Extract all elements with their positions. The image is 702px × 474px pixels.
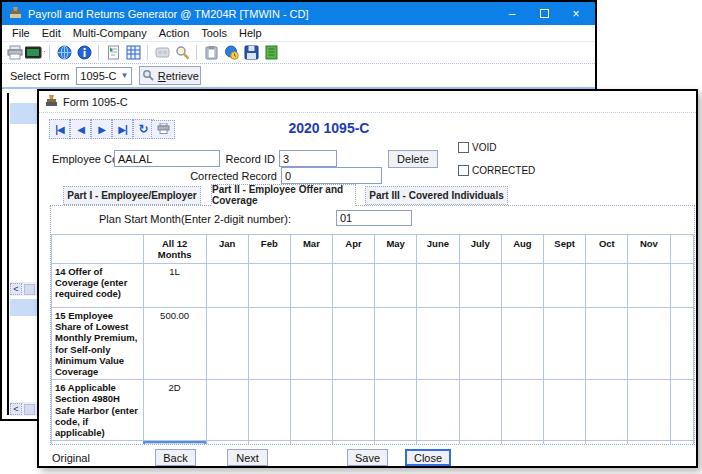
save-button[interactable]: Save bbox=[347, 449, 388, 466]
month-cell[interactable] bbox=[670, 380, 693, 441]
close-button[interactable]: Close bbox=[405, 449, 451, 466]
month-cell[interactable] bbox=[290, 441, 332, 445]
record-id-input[interactable]: 3 bbox=[279, 150, 337, 167]
last-record-button[interactable]: ▶| bbox=[112, 119, 133, 139]
month-cell[interactable] bbox=[586, 441, 628, 445]
save-icon[interactable] bbox=[241, 44, 261, 62]
h-scrollbar[interactable]: < bbox=[10, 282, 37, 296]
info-icon[interactable] bbox=[74, 44, 94, 62]
first-record-button[interactable]: |◀ bbox=[49, 119, 70, 139]
month-cell[interactable] bbox=[670, 308, 693, 380]
month-cell[interactable] bbox=[586, 380, 628, 441]
month-cell[interactable] bbox=[248, 441, 290, 445]
void-checkbox[interactable]: VOID bbox=[458, 142, 496, 153]
month-cell[interactable] bbox=[543, 380, 585, 441]
month-cell[interactable] bbox=[417, 264, 459, 308]
all-12-months-cell[interactable]: 500.00 bbox=[143, 308, 206, 380]
month-cell[interactable] bbox=[332, 380, 374, 441]
month-cell[interactable] bbox=[459, 264, 501, 308]
maximize-button[interactable] bbox=[540, 9, 549, 18]
month-cell[interactable] bbox=[248, 308, 290, 380]
next-button[interactable]: Next bbox=[227, 449, 268, 466]
month-cell[interactable] bbox=[586, 264, 628, 308]
month-cell[interactable] bbox=[628, 264, 670, 308]
delete-button[interactable]: Delete bbox=[388, 150, 438, 168]
month-cell[interactable] bbox=[586, 308, 628, 380]
close-window-button[interactable]: × bbox=[570, 8, 582, 20]
retrieve-button[interactable]: Retrieve bbox=[139, 66, 201, 85]
menu-multi-company[interactable]: Multi-Company bbox=[67, 27, 153, 39]
month-cell[interactable] bbox=[206, 380, 248, 441]
month-cell[interactable] bbox=[501, 308, 543, 380]
menu-tools[interactable]: Tools bbox=[195, 27, 233, 39]
scroll-thumb[interactable] bbox=[24, 404, 35, 415]
month-cell[interactable] bbox=[290, 380, 332, 441]
tab-part3[interactable]: Part III - Covered Individuals bbox=[365, 186, 508, 205]
scroll-left-icon[interactable]: < bbox=[10, 283, 22, 295]
tab-part1[interactable]: Part I - Employee/Employer bbox=[63, 186, 201, 205]
back-button[interactable]: Back bbox=[155, 449, 196, 466]
month-cell[interactable] bbox=[417, 441, 459, 445]
month-cell[interactable] bbox=[375, 264, 417, 308]
month-cell[interactable] bbox=[332, 308, 374, 380]
month-cell[interactable] bbox=[206, 441, 248, 445]
month-cell[interactable] bbox=[332, 441, 374, 445]
month-cell[interactable] bbox=[670, 441, 693, 445]
all-12-months-cell[interactable]: 1L bbox=[143, 264, 206, 308]
tab-part2[interactable]: Part II - Employee Offer and Coverage bbox=[211, 184, 356, 206]
globe-icon[interactable] bbox=[54, 44, 74, 62]
grid-icon[interactable] bbox=[123, 44, 143, 62]
month-cell[interactable] bbox=[543, 308, 585, 380]
form-select[interactable]: 1095-C ▼ bbox=[76, 67, 132, 85]
month-cell[interactable] bbox=[248, 380, 290, 441]
month-cell[interactable] bbox=[628, 380, 670, 441]
month-cell[interactable] bbox=[459, 308, 501, 380]
month-cell[interactable] bbox=[459, 380, 501, 441]
employee-code-input[interactable]: AALAL bbox=[114, 150, 220, 167]
month-cell[interactable] bbox=[501, 441, 543, 445]
clipboard-icon[interactable] bbox=[201, 44, 221, 62]
month-cell[interactable] bbox=[417, 380, 459, 441]
corrected-checkbox[interactable]: CORRECTED bbox=[458, 165, 535, 176]
month-cell[interactable] bbox=[670, 264, 693, 308]
month-cell[interactable] bbox=[375, 308, 417, 380]
month-cell[interactable] bbox=[290, 308, 332, 380]
month-cell[interactable] bbox=[332, 264, 374, 308]
month-cell[interactable] bbox=[628, 308, 670, 380]
month-cell[interactable] bbox=[375, 380, 417, 441]
prev-record-button[interactable]: ◀ bbox=[70, 119, 91, 139]
grid-selected-row[interactable] bbox=[10, 299, 37, 316]
month-cell[interactable] bbox=[417, 308, 459, 380]
month-cell[interactable] bbox=[248, 264, 290, 308]
month-cell[interactable] bbox=[206, 308, 248, 380]
next-record-button[interactable]: ▶ bbox=[91, 119, 112, 139]
plan-start-month-input[interactable]: 01 bbox=[336, 210, 412, 226]
scroll-left-icon[interactable]: < bbox=[10, 403, 22, 415]
all-12-months-cell[interactable]: 36043 bbox=[143, 441, 206, 445]
h-scrollbar[interactable]: < bbox=[10, 402, 37, 416]
month-cell[interactable] bbox=[501, 264, 543, 308]
menu-file[interactable]: File bbox=[6, 27, 36, 39]
report-icon[interactable] bbox=[103, 44, 123, 62]
month-cell[interactable] bbox=[375, 441, 417, 445]
world-clock-icon[interactable] bbox=[221, 44, 241, 62]
exit-icon[interactable] bbox=[261, 44, 281, 62]
attach-disabled-icon[interactable] bbox=[152, 44, 172, 62]
grid-selected-row[interactable] bbox=[10, 103, 37, 124]
month-cell[interactable] bbox=[543, 264, 585, 308]
all-12-months-cell[interactable]: 2D bbox=[143, 380, 206, 441]
print-icon[interactable] bbox=[5, 44, 25, 62]
month-cell[interactable] bbox=[501, 380, 543, 441]
month-cell[interactable] bbox=[628, 441, 670, 445]
print-form-button[interactable] bbox=[151, 120, 175, 139]
display-dropdown-icon[interactable] bbox=[25, 44, 45, 62]
month-cell[interactable] bbox=[290, 264, 332, 308]
menu-edit[interactable]: Edit bbox=[36, 27, 67, 39]
menu-action[interactable]: Action bbox=[153, 27, 196, 39]
month-cell[interactable] bbox=[206, 264, 248, 308]
search-icon[interactable] bbox=[172, 44, 192, 62]
corrected-record-id-input[interactable]: 0 bbox=[281, 167, 382, 184]
minimize-button[interactable]: – bbox=[506, 8, 518, 20]
menu-help[interactable]: Help bbox=[233, 27, 268, 39]
month-cell[interactable] bbox=[543, 441, 585, 445]
